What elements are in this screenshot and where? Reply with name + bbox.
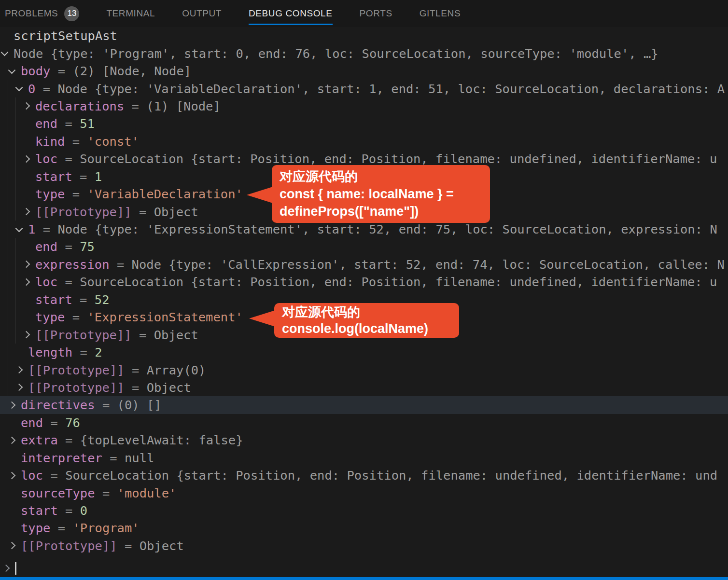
tree-row-prototype[interactable]: [[Prototype]] = Object [0,537,728,554]
annotation-callout-expression-statement: 对应源代码的 console.log(localName) [274,303,459,338]
panel-bottom-border [0,577,728,580]
tree-row-kind[interactable]: kind = 'const' [0,133,728,150]
value-segment-name: directives [21,398,95,412]
value-segment-gray: Node {type: 'VariableDeclaration', start… [57,82,725,96]
value-segment-num: 75 [80,239,95,254]
indent-guide [8,133,8,150]
chevron-down-icon[interactable] [8,66,16,74]
indent-guide [8,326,8,343]
chevron-right-icon[interactable] [23,155,30,163]
tab-label: DEBUG CONSOLE [249,8,333,19]
value-segment-name: end [21,415,43,430]
twistie [23,262,35,267]
value-segment-op: = [125,363,147,377]
value-segment-gray: Node {type: 'CallExpression', start: 52,… [132,257,725,272]
tree-row-node-type-program-start-0-end-76-loc-sourcelocation-sourcetype-module[interactable]: Node {type: 'Program', start: 0, end: 76… [0,44,728,62]
value-segment-name: type [35,187,65,201]
value-segment-num: 51 [80,116,95,131]
chevron-right-icon[interactable] [23,331,30,339]
tree-row-interpreter[interactable]: interpreter = null [0,449,728,467]
chevron-right-icon[interactable] [23,278,30,286]
tree-row-declarations[interactable]: declarations = (1) [Node] [0,97,728,115]
chevron-right-icon[interactable] [8,471,16,479]
tree-row-type[interactable]: type = 'Program' [0,519,728,537]
tree-row-extra[interactable]: extra = {topLevelAwait: false} [0,431,728,449]
tree-row-directives[interactable]: directives = (0) [] [0,396,728,414]
value-segment-name: end [35,239,57,254]
value-segment-str: 'VariableDeclaration' [87,187,242,201]
twistie [8,438,21,443]
indent-guide [8,168,8,185]
twistie [8,69,21,73]
tree-row-1[interactable]: 1 = Node {type: 'ExpressionStatement', s… [0,221,728,238]
value-segment-gray: Array(0) [147,363,206,377]
value-segment-gray: (0) [] [117,398,162,412]
value-segment-name: loc [35,152,57,166]
callout-arrow-left-icon [249,310,275,327]
value-segment-name: start [21,503,58,518]
callout-arrow-left-icon [247,187,273,203]
value-segment-op: = [65,187,87,201]
tab-label: TERMINAL [106,8,155,19]
tab-label: OUTPUT [182,8,222,19]
tree-row-expression[interactable]: expression = Node {type: 'CallExpression… [0,256,728,273]
value-segment-name: start [35,292,72,307]
tab-terminal[interactable]: TERMINAL [106,0,155,27]
chevron-right-icon[interactable] [15,384,23,391]
indent-guide [8,308,8,326]
chevron-right-icon[interactable] [8,542,16,550]
tree-row-end[interactable]: end = 51 [0,115,728,132]
value-segment-num: 0 [80,503,87,518]
value-segment-op: = [102,451,125,465]
value-segment-name: type [21,521,50,535]
tree-row-0[interactable]: 0 = Node {type: 'VariableDeclaration', s… [0,80,728,97]
value-segment-str: 'const' [87,134,139,149]
tree-row-loc[interactable]: loc = SourceLocation {start: Position, e… [0,273,728,290]
chevron-right-icon[interactable] [8,401,16,409]
chevron-right-icon[interactable] [8,437,16,444]
value-segment-gray: {topLevelAwait: false} [80,433,243,447]
chevron-down-icon[interactable] [1,49,9,56]
value-segment-op: = [110,257,132,272]
tree-row-prototype[interactable]: [[Prototype]] = Object [0,379,728,396]
chevron-down-icon[interactable] [15,224,23,232]
tree-row-loc[interactable]: loc = SourceLocation {start: Position, e… [0,467,728,484]
value-segment-op: = [57,275,80,289]
indent-guide [8,97,8,115]
chevron-right-icon[interactable] [23,261,30,268]
value-segment-num: 76 [65,415,80,430]
chevron-right-icon[interactable] [15,366,23,374]
twistie [1,52,14,55]
tree-row-end[interactable]: end = 76 [0,414,728,431]
tab-ports[interactable]: PORTS [360,0,392,27]
value-segment-gray: (1) [Node] [146,99,221,113]
value-segment-name: extra [21,433,58,447]
tree-row-length[interactable]: length = 2 [0,344,728,361]
value-segment-str: 'Program' [72,521,139,535]
tab-gitlens[interactable]: GITLENS [420,0,461,27]
tree-row-prototype[interactable]: [[Prototype]] = Array(0) [0,361,728,378]
console-input[interactable] [0,559,728,577]
chevron-down-icon[interactable] [15,84,23,92]
value-segment-gray: SourceLocation {start: Position, end: Po… [65,468,717,483]
chevron-right-icon[interactable] [23,102,30,110]
value-segment-proto: [[Prototype]] [35,328,132,342]
twistie [23,332,35,337]
value-segment-op: = [57,116,80,131]
tab-problems[interactable]: PROBLEMS13 [5,0,79,27]
value-segment-name: expression [35,257,110,272]
tree-row-body[interactable]: body = (2) [Node, Node] [0,62,728,80]
value-segment-op: = [124,99,146,113]
value-segment-op: = [57,239,80,254]
tab-output[interactable]: OUTPUT [182,0,222,27]
tree-row-sourcetype[interactable]: sourceType = 'module' [0,484,728,501]
tree-row-start[interactable]: start = 0 [0,502,728,519]
tab-debug-console[interactable]: DEBUG CONSOLE [249,0,333,27]
value-segment-name: body [21,64,50,78]
value-segment-name: loc [35,275,57,289]
value-segment-op: = [117,539,140,553]
chevron-right-icon[interactable] [23,208,30,216]
tab-label: PORTS [360,8,392,19]
tree-row-end[interactable]: end = 75 [0,238,728,255]
callout-line: const { name: localName } = [280,185,482,203]
